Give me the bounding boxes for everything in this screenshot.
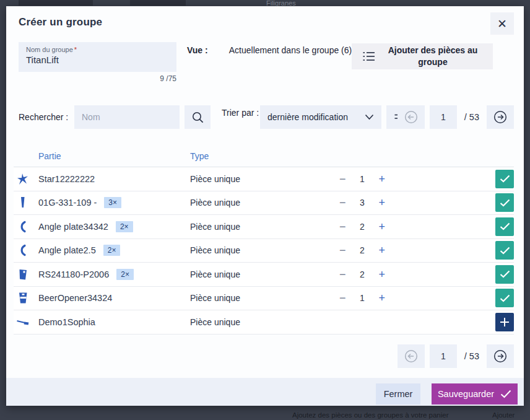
close-dialog-button[interactable]: Fermer bbox=[376, 383, 420, 405]
background-shape bbox=[130, 0, 186, 6]
pagination-bottom: / 53 bbox=[398, 344, 514, 368]
view-label: Vue : bbox=[187, 45, 211, 57]
quantity-value: 2 bbox=[360, 222, 365, 232]
background-text-action: Ajouter bbox=[492, 411, 515, 419]
line-part-icon bbox=[16, 315, 30, 329]
quantity-badge: 2× bbox=[116, 221, 133, 232]
background-shape bbox=[19, 0, 93, 6]
part-added-button[interactable] bbox=[495, 289, 514, 307]
increase-quantity-button[interactable]: + bbox=[378, 221, 385, 232]
pagination-top: / 53 bbox=[398, 105, 514, 129]
search-input[interactable] bbox=[74, 105, 180, 129]
quantity-stepper: − 1 + bbox=[339, 292, 385, 304]
table-row: Angle plate2.5 2× Pièce unique − 2 + bbox=[14, 239, 514, 263]
part-added-button[interactable] bbox=[495, 170, 514, 188]
search-label: Rechercher : bbox=[19, 112, 68, 122]
sort-select[interactable]: dernière modification bbox=[260, 105, 381, 129]
part-name: Angle plate34342 bbox=[38, 222, 108, 232]
quantity-badge: 3× bbox=[104, 197, 121, 208]
page-number-input[interactable] bbox=[430, 105, 457, 129]
previous-page-button[interactable] bbox=[398, 105, 425, 129]
increase-quantity-button[interactable]: + bbox=[378, 197, 385, 208]
group-name-field[interactable]: Nom du groupe* bbox=[19, 42, 176, 72]
table-row: Star12222222 Pièce unique − 1 + bbox=[14, 167, 514, 191]
quantity-value: 2 bbox=[360, 269, 365, 279]
arrow-left-circle-icon bbox=[404, 349, 418, 363]
part-name: Angle plate2.5 bbox=[38, 245, 96, 255]
decrease-quantity-button[interactable]: − bbox=[339, 245, 346, 256]
part-type: Pièce unique bbox=[190, 269, 240, 279]
decrease-quantity-button[interactable]: − bbox=[339, 197, 346, 208]
quantity-stepper: − 1 + bbox=[339, 173, 385, 185]
part-name: Star12222222 bbox=[38, 174, 95, 184]
quantity-value: 3 bbox=[360, 198, 365, 208]
background-text-bottom: Ajoutez des pièces ou des groupes à votr… bbox=[292, 411, 449, 419]
group-name-label: Nom du groupe* bbox=[26, 46, 169, 53]
quantity-stepper: − 2 + bbox=[339, 269, 385, 280]
sort-selected-value: dernière modification bbox=[267, 112, 365, 122]
list-icon bbox=[362, 50, 376, 63]
opener-part-icon bbox=[16, 291, 30, 305]
crescent-part-icon bbox=[16, 243, 30, 257]
arrow-right-circle-icon bbox=[493, 110, 507, 124]
parts-table: Partie Type Star12222222 Pièce unique − … bbox=[14, 147, 514, 335]
dialog-footer: Fermer Sauveguarder bbox=[6, 378, 524, 406]
part-type: Pièce unique bbox=[190, 222, 240, 232]
table-row: Angle plate34342 2× Pièce unique − 2 + bbox=[14, 215, 514, 239]
decrease-quantity-button[interactable]: − bbox=[339, 269, 346, 280]
table-row: Demo1Sophia Pièce unique − + bbox=[14, 310, 514, 335]
part-type: Pièce unique bbox=[190, 174, 240, 184]
arrow-left-circle-icon bbox=[404, 110, 418, 124]
part-type: Pièce unique bbox=[190, 293, 240, 303]
group-name-input[interactable] bbox=[26, 55, 169, 65]
decrease-quantity-button[interactable]: − bbox=[339, 292, 346, 304]
quantity-badge: 2× bbox=[103, 245, 121, 256]
part-name: RS241180-P2006 bbox=[38, 269, 109, 279]
create-group-dialog: Créer un groupe ✕ Nom du groupe* 9 /75 V… bbox=[6, 6, 524, 406]
tab-currently-in-group[interactable]: Actuellement dans le groupe (6) bbox=[224, 45, 357, 56]
part-added-button[interactable] bbox=[495, 265, 514, 284]
page-total: / 53 bbox=[462, 112, 482, 122]
quantity-stepper: − 2 + bbox=[339, 245, 385, 256]
increase-quantity-button[interactable]: + bbox=[378, 269, 385, 280]
tab-add-parts-to-group[interactable]: Ajouter des pièces au groupe bbox=[352, 43, 493, 69]
save-button[interactable]: Sauveguarder bbox=[432, 383, 518, 405]
part-added-button[interactable] bbox=[495, 241, 514, 260]
arrow-right-circle-icon bbox=[493, 349, 507, 363]
add-part-button[interactable] bbox=[495, 313, 514, 331]
decrease-quantity-button[interactable]: − bbox=[339, 173, 346, 185]
part-added-button[interactable] bbox=[495, 217, 514, 236]
quantity-stepper: − 2 + bbox=[339, 221, 385, 232]
sort-by-label: Trier par : bbox=[222, 107, 260, 118]
quantity-value: 1 bbox=[360, 293, 365, 303]
check-icon bbox=[500, 390, 511, 398]
part-type: Pièce unique bbox=[190, 245, 240, 255]
increase-quantity-button[interactable]: + bbox=[378, 245, 385, 256]
decrease-quantity-button[interactable]: − bbox=[339, 221, 346, 232]
tab-add-parts-label: Ajouter des pièces au groupe bbox=[383, 45, 482, 68]
table-row: 01G-331-109 - 3× Pièce unique − 3 + bbox=[14, 191, 514, 216]
quantity-value: 1 bbox=[360, 174, 365, 184]
chevron-down-icon bbox=[365, 114, 374, 120]
dialog-title: Créer un groupe bbox=[19, 16, 102, 28]
part-name: 01G-331-109 - bbox=[38, 198, 97, 208]
part-added-button[interactable] bbox=[495, 193, 514, 212]
required-asterisk: * bbox=[74, 46, 77, 53]
crescent-part-icon bbox=[16, 220, 30, 234]
increase-quantity-button[interactable]: + bbox=[378, 292, 385, 304]
star-part-icon bbox=[16, 172, 30, 186]
page-number-input[interactable] bbox=[430, 344, 457, 368]
search-button[interactable] bbox=[185, 105, 211, 129]
table-row: BeerOpener34324 Pièce unique − 1 + bbox=[14, 287, 514, 311]
previous-page-button[interactable] bbox=[398, 344, 425, 368]
close-icon[interactable]: ✕ bbox=[490, 12, 514, 35]
next-page-button[interactable] bbox=[487, 105, 514, 129]
increase-quantity-button[interactable]: + bbox=[378, 173, 385, 185]
page-total: / 53 bbox=[462, 351, 482, 361]
plate-part-icon bbox=[16, 268, 30, 281]
blade-part-icon bbox=[16, 196, 30, 209]
part-name: BeerOpener34324 bbox=[38, 293, 112, 303]
search-icon bbox=[191, 111, 204, 124]
char-counter: 9 /75 bbox=[19, 74, 176, 83]
next-page-button[interactable] bbox=[487, 344, 514, 368]
